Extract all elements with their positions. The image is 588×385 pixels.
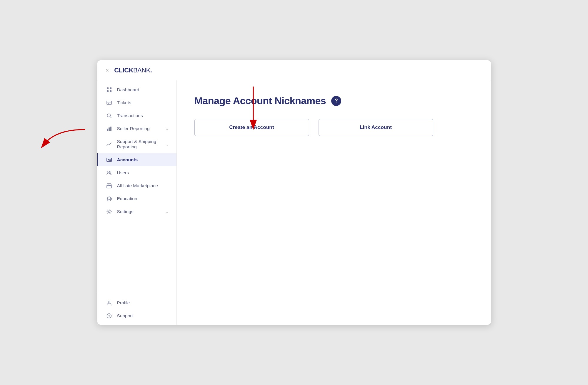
svg-point-16 [108,171,109,173]
svg-point-13 [108,159,109,160]
gear-icon [106,209,112,214]
svg-line-8 [110,117,111,118]
sidebar-item-profile[interactable]: Profile [97,296,176,309]
svg-point-24 [108,301,110,303]
trend-icon [106,142,112,147]
id-card-icon [106,157,112,162]
svg-rect-18 [107,185,111,188]
search-icon [106,113,112,118]
svg-point-17 [110,171,111,172]
svg-point-7 [107,114,110,117]
sidebar-label-support-shipping: Support & Shipping Reporting [117,139,166,150]
sidebar-item-support[interactable]: ? Support [97,309,176,322]
logo-bank: BANK [133,67,150,74]
main-content: Dashboard Tickets [97,80,491,325]
page-header: Manage Account Nicknames ? [194,95,473,107]
store-icon [106,183,112,188]
sidebar-label-settings: Settings [117,209,134,214]
sidebar-item-settings[interactable]: Settings ⌄ [97,205,176,218]
svg-point-23 [108,211,110,213]
person-icon [106,300,112,306]
users-icon [106,170,112,175]
grid-icon [106,87,112,92]
sidebar-label-dashboard: Dashboard [117,87,139,92]
sidebar-bottom: Profile ? Support [97,294,176,325]
sidebar-item-support-shipping[interactable]: Support & Shipping Reporting ⌄ [97,135,176,153]
sidebar-label-transactions: Transactions [117,113,143,118]
sidebar-item-dashboard[interactable]: Dashboard [97,83,176,96]
logo: CLICKBANK. [114,67,152,74]
svg-text:?: ? [108,315,110,318]
sidebar: Dashboard Tickets [97,80,177,325]
svg-rect-4 [107,101,111,104]
sidebar-label-tickets: Tickets [117,100,131,105]
help-icon-button[interactable]: ? [331,96,341,106]
sidebar-nav: Dashboard Tickets [97,80,176,294]
link-account-button[interactable]: Link Account [319,119,433,136]
sidebar-item-accounts[interactable]: Accounts [97,153,176,166]
sidebar-item-affiliate-marketplace[interactable]: Affiliate Marketplace [97,179,176,192]
svg-rect-3 [110,90,111,92]
svg-rect-1 [110,87,111,89]
sidebar-label-seller-reporting: Seller Reporting [117,126,150,131]
app-window: × CLICKBANK. Dashboa [97,60,491,325]
sidebar-item-education[interactable]: Education [97,192,176,205]
sidebar-label-users: Users [117,170,129,175]
chevron-down-icon-2: ⌄ [166,142,169,147]
chevron-down-icon-3: ⌄ [166,210,169,214]
bar-chart-icon [106,126,112,131]
sidebar-label-profile: Profile [117,300,130,306]
close-button[interactable]: × [106,67,109,73]
action-buttons: Create an Account Link Account [194,119,433,136]
title-bar: × CLICKBANK. [97,60,491,80]
sidebar-label-education: Education [117,196,137,201]
page-area: Manage Account Nicknames ? Create an Acc… [177,80,491,325]
page-title: Manage Account Nicknames [194,95,326,107]
help-circle-icon: ? [106,313,112,318]
sidebar-item-seller-reporting[interactable]: Seller Reporting ⌄ [97,122,176,135]
svg-rect-2 [107,90,109,92]
graduation-icon [106,196,112,201]
svg-rect-12 [107,158,111,162]
svg-rect-9 [107,129,108,131]
ticket-icon [106,100,112,105]
create-account-button[interactable]: Create an Account [194,119,309,136]
sidebar-item-tickets[interactable]: Tickets [97,96,176,109]
sidebar-label-support: Support [117,313,133,318]
sidebar-item-users[interactable]: Users [97,166,176,179]
svg-rect-11 [110,127,111,131]
logo-dot: . [150,67,152,74]
logo-click: CLICK [114,67,133,74]
sidebar-label-affiliate-marketplace: Affiliate Marketplace [117,183,158,188]
chevron-down-icon: ⌄ [166,127,169,131]
svg-rect-0 [107,87,109,89]
sidebar-item-transactions[interactable]: Transactions [97,109,176,122]
action-area: Create an Account Link Account [194,119,433,136]
svg-rect-10 [109,127,110,131]
sidebar-label-accounts: Accounts [117,157,138,162]
